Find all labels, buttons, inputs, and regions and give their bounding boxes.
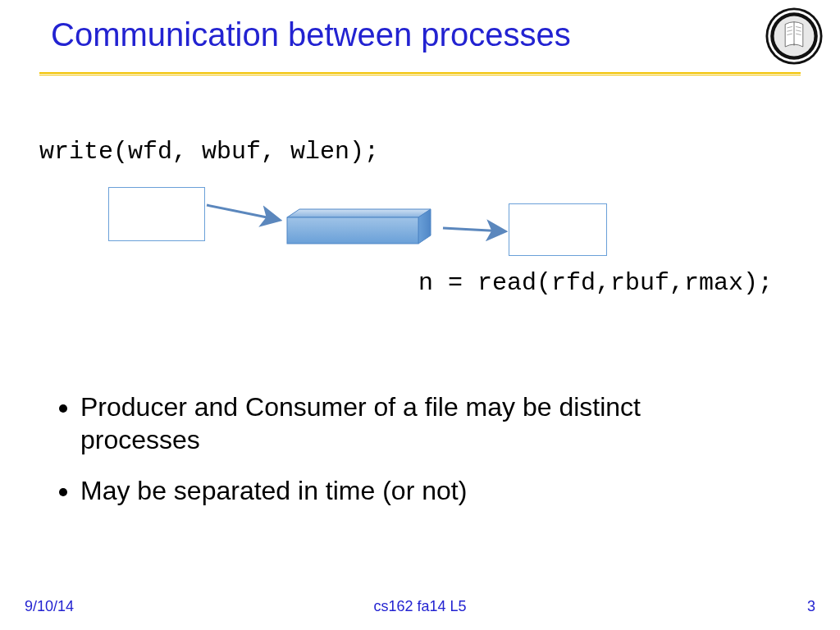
university-seal-icon xyxy=(765,7,824,66)
slide-title: Communication between processes xyxy=(51,16,571,53)
svg-rect-15 xyxy=(287,217,418,244)
title-divider xyxy=(39,72,801,75)
producer-box xyxy=(108,187,205,241)
footer-course: cs162 fa14 L5 xyxy=(0,598,840,615)
svg-marker-13 xyxy=(287,209,431,217)
svg-line-11 xyxy=(207,205,279,220)
svg-marker-14 xyxy=(418,209,431,244)
bullet-list: Producer and Consumer of a file may be d… xyxy=(80,390,753,525)
bullet-item: May be separated in time (or not) xyxy=(80,474,753,507)
ipc-diagram xyxy=(0,0,840,630)
code-write-call: write(wfd, wbuf, wlen); xyxy=(39,138,379,166)
code-read-call: n = read(rfd,rbuf,rmax); xyxy=(418,269,773,297)
footer-page: 3 xyxy=(807,598,815,615)
svg-line-12 xyxy=(443,228,504,231)
pipe-3d-box xyxy=(287,209,431,244)
bullet-item: Producer and Consumer of a file may be d… xyxy=(80,390,753,456)
consumer-box xyxy=(509,203,607,256)
